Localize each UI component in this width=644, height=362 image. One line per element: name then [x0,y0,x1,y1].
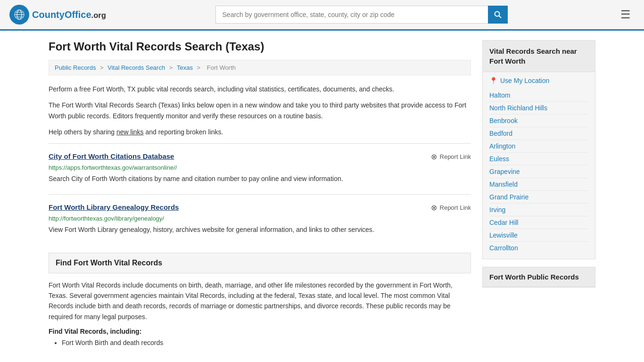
report-link-1[interactable]: ⊗ Report Link [431,203,471,212]
breadcrumb-texas[interactable]: Texas [177,64,193,71]
search-area [215,6,508,24]
public-records-box: Fort Worth Public Records [482,267,595,288]
page-wrapper: Fort Worth Vital Records Search (Texas) … [39,31,605,358]
nearby-link-12[interactable]: Carrollton [489,241,588,254]
nearby-link-7[interactable]: Mansfield [489,178,588,190]
report-label-0: Report Link [440,153,471,160]
nearby-link-11[interactable]: Lewisville [489,229,588,241]
main-content: Fort Worth Vital Records Search (Texas) … [49,40,471,348]
search-input[interactable] [215,6,488,24]
logo-area: CountyOffice.org [9,5,106,25]
link-card-header-1: Fort Worth Library Genealogy Records ⊗ R… [49,203,471,212]
nearby-link-4[interactable]: Arlington [489,140,588,152]
link-desc-0: Search City of Forth Worth citations by … [49,174,471,184]
bullet-item-0: Fort Worth Birth and death records [62,339,471,346]
breadcrumb-public-records[interactable]: Public Records [55,64,96,71]
nearby-title: Vital Records Search near Fort Worth [483,41,595,72]
nearby-link-1[interactable]: North Richland Hills [489,101,588,114]
description-1: Perform a free Fort Worth, TX public vit… [49,84,471,94]
new-links-link[interactable]: new links [116,128,144,136]
breadcrumb-fort-worth: Fort Worth [207,64,236,71]
link-url-1[interactable]: http://fortworthtexas.gov/library/geneal… [49,215,471,222]
use-my-location-btn[interactable]: 📍 Use My Location [489,77,588,84]
svg-line-6 [499,16,501,18]
site-header: CountyOffice.org ☰ [0,0,644,31]
breadcrumb-sep-2: > [169,64,174,71]
bullet-list: Fort Worth Birth and death records [49,339,471,346]
link-cards: City of Fort Worth Citations Database ⊗ … [49,143,471,243]
link-card-1: Fort Worth Library Genealogy Records ⊗ R… [49,194,471,243]
nearby-link-3[interactable]: Bedford [489,127,588,140]
report-link-0[interactable]: ⊗ Report Link [431,152,471,161]
breadcrumb: Public Records > Vital Records Search > … [49,60,471,75]
find-including-label: Find Vital Records, including: [49,328,471,335]
desc3-post: and reporting broken links. [144,128,223,136]
link-card-title-1[interactable]: Fort Worth Library Genealogy Records [49,203,179,211]
public-records-title: Fort Worth Public Records [483,267,595,287]
sidebar: Vital Records Search near Fort Worth 📍 U… [482,40,595,348]
nearby-link-0[interactable]: Haltom [489,89,588,101]
nearby-links: HaltomNorth Richland HillsBenbrookBedfor… [489,89,588,254]
location-icon: 📍 [489,77,497,84]
link-card-title-0[interactable]: City of Fort Worth Citations Database [49,152,174,160]
breadcrumb-sep-1: > [100,64,105,71]
desc3-pre: Help others by sharing [49,128,116,136]
find-section-header: Find Fort Worth Vital Records [49,253,471,273]
find-section-title: Find Fort Worth Vital Records [56,259,464,267]
logo-text: CountyOffice.org [32,9,106,20]
link-desc-1: View Fort Worth Library genealogy, histo… [49,225,471,235]
nearby-link-10[interactable]: Cedar Hill [489,216,588,229]
find-section-body: Fort Worth Vital Records include documen… [49,280,471,322]
nearby-content: 📍 Use My Location HaltomNorth Richland H… [483,72,595,259]
page-title: Fort Worth Vital Records Search (Texas) [49,40,471,53]
nearby-link-9[interactable]: Irving [489,203,588,216]
nearby-box: Vital Records Search near Fort Worth 📍 U… [482,40,595,259]
breadcrumb-sep-3: > [197,64,202,71]
report-icon-0: ⊗ [431,152,437,161]
svg-point-5 [495,12,499,16]
nearby-link-6[interactable]: Grapevine [489,165,588,178]
logo-icon [9,5,29,25]
description-2: The Fort Worth Vital Records Search (Tex… [49,100,471,121]
search-button[interactable] [488,6,508,24]
header-right: ☰ [617,6,635,23]
report-icon-1: ⊗ [431,203,437,212]
nearby-link-8[interactable]: Grand Prairie [489,190,588,203]
nearby-link-5[interactable]: Euless [489,152,588,165]
description-3: Help others by sharing new links and rep… [49,127,471,137]
link-url-0[interactable]: https://apps.fortworthtexas.gov/warrants… [49,164,471,171]
report-label-1: Report Link [440,204,471,211]
nearby-link-2[interactable]: Benbrook [489,114,588,127]
link-card-0: City of Fort Worth Citations Database ⊗ … [49,143,471,192]
menu-button[interactable]: ☰ [617,6,635,23]
breadcrumb-vital-records[interactable]: Vital Records Search [107,64,165,71]
use-location-label: Use My Location [500,77,549,84]
link-card-header-0: City of Fort Worth Citations Database ⊗ … [49,152,471,161]
